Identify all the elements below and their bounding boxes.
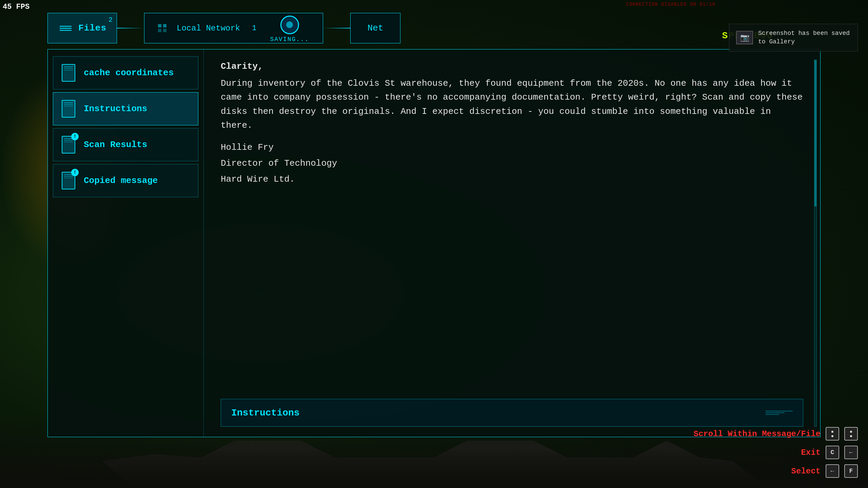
select-control-row: Select ← F: [791, 464, 858, 478]
bottom-controls: Scroll Within Message/File Exit C ← Sele…: [694, 427, 858, 478]
scroll-control-row: Scroll Within Message/File: [694, 427, 858, 441]
net-tab-label: Net: [368, 23, 383, 33]
connection-status: CONNECTION DISABLED ON 01/10: [626, 2, 715, 7]
file-icon-instructions: [60, 99, 77, 119]
content-tag-decoration: [766, 406, 793, 420]
warning-badge-copied: !: [71, 169, 79, 176]
exit-key-c: C: [826, 446, 839, 459]
tab-local-network[interactable]: Local Network 1 SAVING...: [144, 13, 323, 43]
content-area: Clarity, During inventory of the Clovis …: [204, 49, 820, 437]
message-body-text: During inventory of the Clovis St wareho…: [221, 77, 803, 133]
local-network-count: 1: [252, 24, 256, 33]
saving-text: SAVING...: [270, 36, 309, 43]
files-badge: 2: [108, 16, 113, 24]
tab-files[interactable]: Files 2: [47, 13, 117, 43]
message-body: Clarity, During inventory of the Clovis …: [221, 60, 803, 390]
main-panel: cache coordinates Instructions ! Scan Re…: [47, 49, 821, 437]
screenshot-icon: 📷: [736, 31, 753, 44]
file-name-instructions: Instructions: [84, 104, 147, 114]
file-item-cache-coordinates[interactable]: cache coordinates: [53, 56, 198, 89]
signature-title: Director of Technology: [221, 156, 803, 171]
scroll-mouse-icon: [826, 427, 839, 441]
select-key-f: F: [844, 464, 858, 478]
file-name-copied: Copied message: [84, 176, 158, 186]
file-icon-cache: [60, 63, 77, 83]
tab-net[interactable]: Net: [350, 13, 401, 43]
file-item-instructions[interactable]: Instructions: [53, 92, 198, 125]
screenshot-notification: 📷 Screenshot has been savedto Gallery: [729, 24, 858, 52]
files-tab-label: Files: [78, 23, 106, 33]
file-name-cache: cache coordinates: [84, 68, 174, 78]
select-control-label[interactable]: Select: [791, 467, 821, 476]
local-network-label: Local Network: [177, 24, 240, 33]
screenshot-notification-text: Screenshot has been savedto Gallery: [758, 29, 850, 46]
nav-separator-left: [117, 28, 144, 28]
file-icon-copied: !: [60, 170, 77, 191]
content-tag: Instructions: [221, 399, 803, 427]
file-item-scan-results[interactable]: ! Scan Results: [53, 128, 198, 161]
file-item-copied-message[interactable]: ! Copied message: [53, 164, 198, 197]
scroll-indicator: [814, 60, 817, 427]
content-tag-label: Instructions: [231, 408, 300, 418]
scroll-mouse-icon-2: [844, 427, 858, 441]
file-icon-scan: !: [60, 135, 77, 155]
exit-control-row: Exit C ←: [801, 446, 858, 459]
message-signature: Hollie Fry Director of Technology Hard W…: [221, 140, 803, 187]
files-icon: [58, 19, 73, 38]
file-list-sidebar: cache coordinates Instructions ! Scan Re…: [48, 49, 204, 437]
saving-icon: [280, 16, 299, 34]
fps-counter: 45 FPS: [3, 3, 29, 11]
signature-company: Hard Wire Ltd.: [221, 171, 803, 187]
exit-key-arrow: ←: [844, 446, 858, 459]
nav-separator-right: [323, 28, 350, 28]
signature-name: Hollie Fry: [221, 140, 803, 156]
message-greeting: Clarity,: [221, 60, 803, 74]
file-name-scan: Scan Results: [84, 140, 147, 150]
exit-control-label: Exit: [801, 448, 821, 457]
select-key-arrow: ←: [826, 464, 839, 478]
top-navigation: Files 2 Local Network 1 SAVING... Net: [47, 9, 821, 47]
scroll-control-label: Scroll Within Message/File: [694, 429, 821, 439]
warning-badge-scan: !: [71, 133, 79, 140]
